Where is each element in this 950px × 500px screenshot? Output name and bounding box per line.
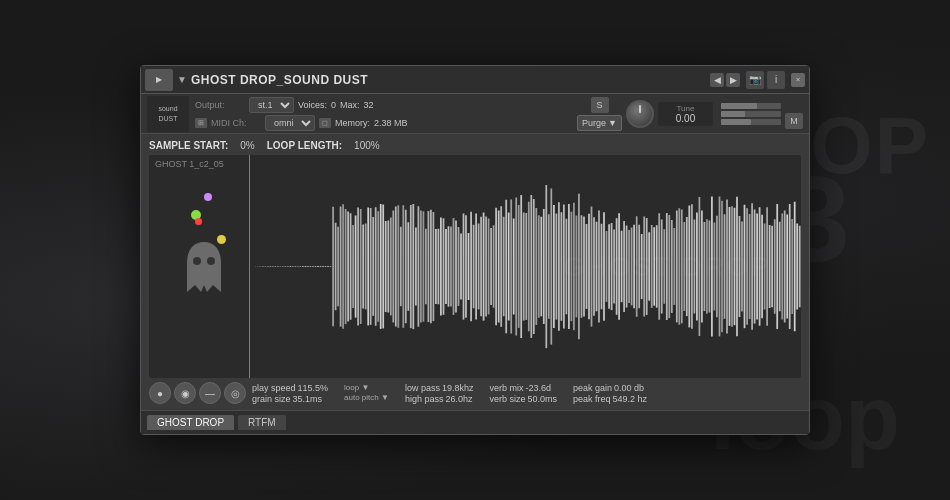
midi-select[interactable]: omni [265,115,315,131]
verb-mix-label: verb mix -23.6d [489,383,557,393]
right-panel: S Purge ▼ Tune 0.00 [573,94,803,133]
tune-slider-1[interactable] [721,103,781,109]
peak-gain-label: peak gain 0.00 db [573,383,647,393]
tune-knob[interactable] [626,100,654,128]
peak-group: peak gain 0.00 db peak freq 549.2 hz [573,383,647,404]
camera-icon[interactable]: 📷 [746,71,764,89]
peak-freq-label: peak freq 549.2 hz [573,394,647,404]
waveform-container[interactable]: GHOST 1_c2_05 GHOST DROP [149,155,801,378]
plugin-title: GHOST DROP_SOUND DUST [191,73,710,87]
waveform-svg [249,155,801,378]
knob-container [626,100,654,128]
purge-section: S Purge ▼ [577,97,622,131]
ghost-icon [179,237,229,297]
m-button[interactable]: M [785,113,803,129]
tune-slider-area [721,103,781,125]
loop-length-label: LOOP LENGTH: [267,140,342,151]
verb-size-label: verb size 50.0ms [489,394,557,404]
verb-group: verb mix -23.6d verb size 50.0ms [489,383,557,404]
grain-size-label: grain size 35.1ms [252,394,328,404]
play-speed-group: play speed 115.5% grain size 35.1ms [252,383,328,404]
tune-slider-2[interactable] [721,111,781,117]
high-pass-label: high pass 26.0hz [405,394,474,404]
sample-start-label: SAMPLE START: [149,140,228,151]
memory-label: Memory: [335,118,370,128]
dot-red[interactable] [195,218,202,225]
main-content: SAMPLE START: 0% LOOP LENGTH: 100% GHOST… [141,134,809,410]
title-icons: 📷 i [746,71,785,89]
tune-value: 0.00 [676,113,695,124]
bottom-controls: ● ◉ — ◎ play speed 115.5% grain size 35.… [149,382,801,404]
play-speed-label: play speed 115.5% [252,383,328,393]
markers-bar: SAMPLE START: 0% LOOP LENGTH: 100% [149,140,801,151]
low-pass-label: low pass 19.8khz [405,383,474,393]
auto-pitch-dropdown[interactable]: auto pitch ▼ [344,393,389,402]
info-bar: sound DUST Output: st.1 Voices: 0 Max: 3… [141,94,809,134]
info-icon[interactable]: i [767,71,785,89]
purge-button[interactable]: Purge ▼ [577,115,622,131]
loop-dropdown-group: loop ▼ auto pitch ▼ [344,383,389,404]
title-bar: ▶ ▼ GHOST DROP_SOUND DUST ◀ ▶ 📷 i × [141,66,809,94]
midi-label: MIDI Ch: [211,118,261,128]
midi-row: ⊞ MIDI Ch: omni ◻ Memory: 2.38 MB [195,115,567,131]
loop-dropdown[interactable]: loop ▼ [344,383,389,392]
output-select[interactable]: st.1 [249,97,294,113]
memory-value: 2.38 MB [374,118,408,128]
plugin-logo: ▶ [145,69,173,91]
plugin-window: ▶ ▼ GHOST DROP_SOUND DUST ◀ ▶ 📷 i × soun… [140,65,810,435]
lowpass-group: low pass 19.8khz high pass 26.0hz [405,383,474,404]
footer-tab-rtfm[interactable]: RTFM [238,415,286,430]
params-inline: play speed 115.5% grain size 35.1ms loop… [252,383,801,404]
info-controls: Output: st.1 Voices: 0 Max: 32 ⊞ MIDI Ch… [195,97,567,131]
footer-bar: GHOST DROP RTFM [141,410,809,434]
title-nav: ◀ ▶ [710,73,740,87]
midi-icon: ⊞ [195,118,207,128]
output-row: Output: st.1 Voices: 0 Max: 32 [195,97,567,113]
title-arrow: ▼ [177,74,187,85]
footer-tab-ghost-drop[interactable]: GHOST DROP [147,415,234,430]
tune-label: Tune [677,104,695,113]
s-button[interactable]: S [591,97,609,113]
nav-prev-btn[interactable]: ◀ [710,73,724,87]
round-buttons: ● ◉ — ◎ [149,382,246,404]
voices-label: Voices: [298,100,327,110]
memory-icon: ◻ [319,118,331,128]
round-btn-4[interactable]: ◎ [224,382,246,404]
round-btn-3[interactable]: — [199,382,221,404]
voices-value: 0 [331,100,336,110]
waveform-label: GHOST 1_c2_05 [155,159,224,169]
sound-dust-logo: sound DUST [147,96,189,132]
ghost-section [159,155,249,378]
playhead[interactable] [249,155,250,378]
max-label: Max: [340,100,360,110]
tune-section: Tune 0.00 [658,102,713,126]
dot-purple[interactable] [204,193,212,201]
tune-slider-3[interactable] [721,119,781,125]
max-value: 32 [364,100,374,110]
nav-next-btn[interactable]: ▶ [726,73,740,87]
output-label: Output: [195,100,245,110]
close-button[interactable]: × [791,73,805,87]
svg-point-0 [193,257,201,265]
loop-length-value: 100% [354,140,380,151]
dot-yellow[interactable] [217,235,226,244]
round-btn-1[interactable]: ● [149,382,171,404]
svg-point-1 [207,257,215,265]
round-btn-2[interactable]: ◉ [174,382,196,404]
sample-start-value: 0% [240,140,254,151]
